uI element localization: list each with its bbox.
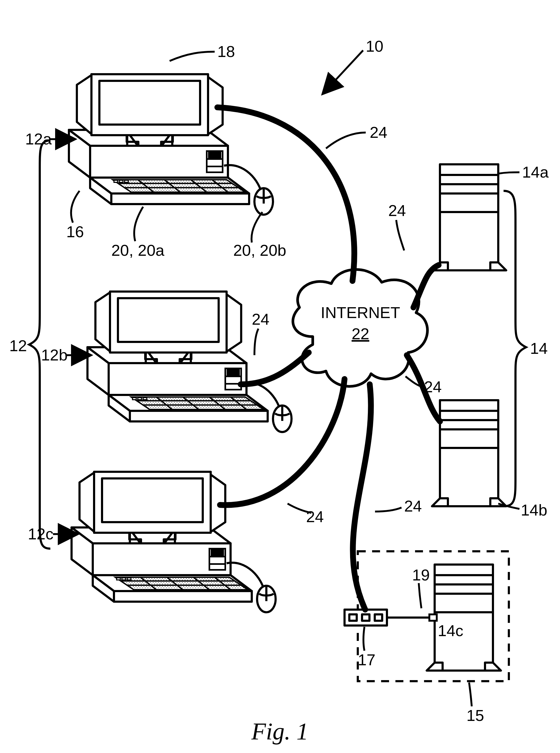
ref-19: 19 [412, 566, 430, 584]
server-a [432, 164, 506, 270]
ref-12: 12 [9, 337, 27, 355]
ref-12b: 12b [41, 346, 67, 364]
ref-14a: 14a [522, 163, 549, 181]
ref-24-top: 24 [370, 123, 387, 141]
ref-16: 16 [66, 223, 84, 241]
ref-20-20b: 20, 20b [233, 241, 286, 259]
ref-10: 10 [366, 37, 383, 55]
clients-group-brace [29, 140, 51, 549]
cloud-label: INTERNET [321, 304, 400, 321]
ref-14: 14 [530, 339, 548, 357]
ref-12a: 12a [25, 130, 52, 148]
svg-line-32 [328, 51, 363, 87]
svg-rect-31 [429, 614, 437, 621]
client-c [72, 472, 276, 612]
servers-group-brace [503, 191, 526, 506]
network-diagram: INTERNET 22 [0, 0, 560, 753]
ref-15: 15 [466, 707, 484, 725]
ref-17: 17 [358, 651, 376, 669]
ref-14c: 14c [438, 622, 463, 639]
ref-20-20a: 20, 20a [111, 241, 165, 259]
ref-18: 18 [217, 43, 235, 60]
ref-24-l3: 24 [306, 508, 324, 526]
ref-12c: 12c [28, 525, 54, 543]
cloud-ref: 22 [352, 325, 369, 343]
internet-cloud: INTERNET 22 [293, 270, 427, 387]
figure-caption: Fig. 1 [251, 718, 308, 745]
ref-24-mid: 24 [252, 310, 269, 328]
patent-figure-page: INTERNET 22 [0, 0, 560, 753]
ref-24-r2: 24 [424, 378, 442, 396]
ref-24-r1: 24 [388, 202, 406, 219]
ref-24-drop: 24 [404, 497, 422, 515]
ref-14b: 14b [521, 501, 547, 519]
client-a [69, 74, 273, 215]
server-b [432, 400, 506, 506]
